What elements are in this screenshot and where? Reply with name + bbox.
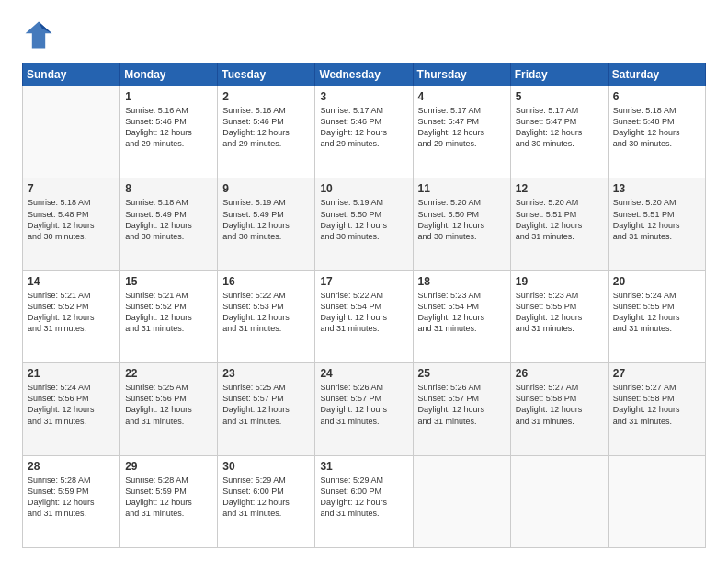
logo-icon (22, 18, 55, 52)
calendar-cell (413, 455, 510, 547)
calendar-week-4: 28Sunrise: 5:28 AMSunset: 5:59 PMDayligh… (23, 455, 706, 547)
calendar-cell: 17Sunrise: 5:22 AMSunset: 5:54 PMDayligh… (315, 270, 413, 362)
calendar-cell: 18Sunrise: 5:23 AMSunset: 5:54 PMDayligh… (413, 270, 510, 362)
calendar-cell: 6Sunrise: 5:18 AMSunset: 5:48 PMDaylight… (608, 86, 705, 178)
day-info: Sunrise: 5:19 AMSunset: 5:50 PMDaylight:… (320, 197, 407, 242)
svg-marker-0 (26, 22, 52, 49)
day-info: Sunrise: 5:28 AMSunset: 5:59 PMDaylight:… (28, 475, 115, 520)
day-number: 17 (320, 275, 407, 288)
day-number: 2 (222, 90, 310, 103)
day-number: 14 (28, 275, 115, 288)
day-number: 7 (28, 182, 115, 195)
day-info: Sunrise: 5:22 AMSunset: 5:53 PMDaylight:… (222, 290, 310, 335)
day-info: Sunrise: 5:29 AMSunset: 6:00 PMDaylight:… (320, 475, 407, 520)
day-number: 30 (222, 460, 310, 473)
day-info: Sunrise: 5:25 AMSunset: 5:57 PMDaylight:… (222, 382, 310, 427)
day-number: 6 (613, 90, 700, 103)
day-info: Sunrise: 5:28 AMSunset: 5:59 PMDaylight:… (125, 475, 212, 520)
calendar-cell: 3Sunrise: 5:17 AMSunset: 5:46 PMDaylight… (315, 86, 413, 178)
day-number: 28 (28, 460, 115, 473)
calendar-header-sunday: Sunday (23, 63, 120, 86)
page: SundayMondayTuesdayWednesdayThursdayFrid… (0, 0, 728, 563)
calendar-cell: 5Sunrise: 5:17 AMSunset: 5:47 PMDaylight… (510, 86, 608, 178)
calendar-cell: 13Sunrise: 5:20 AMSunset: 5:51 PMDayligh… (608, 178, 705, 270)
calendar-cell: 30Sunrise: 5:29 AMSunset: 6:00 PMDayligh… (218, 455, 315, 547)
calendar-cell: 19Sunrise: 5:23 AMSunset: 5:55 PMDayligh… (510, 270, 608, 362)
day-info: Sunrise: 5:29 AMSunset: 6:00 PMDaylight:… (222, 475, 310, 520)
day-number: 26 (516, 367, 603, 380)
day-number: 19 (516, 275, 603, 288)
calendar-cell: 21Sunrise: 5:24 AMSunset: 5:56 PMDayligh… (23, 363, 120, 455)
day-number: 9 (222, 182, 310, 195)
calendar-cell: 11Sunrise: 5:20 AMSunset: 5:50 PMDayligh… (413, 178, 510, 270)
day-info: Sunrise: 5:26 AMSunset: 5:57 PMDaylight:… (320, 382, 407, 427)
day-info: Sunrise: 5:20 AMSunset: 5:51 PMDaylight:… (516, 197, 603, 242)
day-info: Sunrise: 5:17 AMSunset: 5:46 PMDaylight:… (320, 105, 407, 150)
day-info: Sunrise: 5:23 AMSunset: 5:54 PMDaylight:… (418, 290, 506, 335)
day-info: Sunrise: 5:27 AMSunset: 5:58 PMDaylight:… (613, 382, 700, 427)
calendar-cell: 9Sunrise: 5:19 AMSunset: 5:49 PMDaylight… (218, 178, 315, 270)
calendar-header-friday: Friday (510, 63, 608, 86)
day-number: 16 (222, 275, 310, 288)
day-info: Sunrise: 5:20 AMSunset: 5:50 PMDaylight:… (418, 197, 506, 242)
day-info: Sunrise: 5:19 AMSunset: 5:49 PMDaylight:… (222, 197, 310, 242)
calendar-header-monday: Monday (120, 63, 218, 86)
day-number: 23 (222, 367, 310, 380)
day-info: Sunrise: 5:23 AMSunset: 5:55 PMDaylight:… (516, 290, 603, 335)
day-number: 3 (320, 90, 407, 103)
day-info: Sunrise: 5:17 AMSunset: 5:47 PMDaylight:… (418, 105, 506, 150)
day-number: 8 (125, 182, 212, 195)
calendar-cell: 31Sunrise: 5:29 AMSunset: 6:00 PMDayligh… (315, 455, 413, 547)
calendar-week-0: 1Sunrise: 5:16 AMSunset: 5:46 PMDaylight… (23, 86, 706, 178)
calendar-cell: 10Sunrise: 5:19 AMSunset: 5:50 PMDayligh… (315, 178, 413, 270)
day-number: 31 (320, 460, 407, 473)
calendar-cell: 14Sunrise: 5:21 AMSunset: 5:52 PMDayligh… (23, 270, 120, 362)
calendar-cell: 4Sunrise: 5:17 AMSunset: 5:47 PMDaylight… (413, 86, 510, 178)
day-number: 10 (320, 182, 407, 195)
day-info: Sunrise: 5:18 AMSunset: 5:48 PMDaylight:… (613, 105, 700, 150)
calendar-cell: 29Sunrise: 5:28 AMSunset: 5:59 PMDayligh… (120, 455, 218, 547)
day-info: Sunrise: 5:16 AMSunset: 5:46 PMDaylight:… (125, 105, 212, 150)
calendar-cell: 12Sunrise: 5:20 AMSunset: 5:51 PMDayligh… (510, 178, 608, 270)
calendar-header-saturday: Saturday (608, 63, 705, 86)
day-number: 1 (125, 90, 212, 103)
calendar-cell: 7Sunrise: 5:18 AMSunset: 5:48 PMDaylight… (23, 178, 120, 270)
calendar-cell (608, 455, 705, 547)
calendar-header-tuesday: Tuesday (218, 63, 315, 86)
day-info: Sunrise: 5:27 AMSunset: 5:58 PMDaylight:… (516, 382, 603, 427)
day-number: 21 (28, 367, 115, 380)
calendar-header-thursday: Thursday (413, 63, 510, 86)
calendar-cell (510, 455, 608, 547)
calendar-week-3: 21Sunrise: 5:24 AMSunset: 5:56 PMDayligh… (23, 363, 706, 455)
day-number: 22 (125, 367, 212, 380)
logo (22, 18, 59, 52)
day-info: Sunrise: 5:21 AMSunset: 5:52 PMDaylight:… (28, 290, 115, 335)
calendar-cell (23, 86, 120, 178)
day-number: 20 (613, 275, 700, 288)
calendar-cell: 8Sunrise: 5:18 AMSunset: 5:49 PMDaylight… (120, 178, 218, 270)
calendar-week-1: 7Sunrise: 5:18 AMSunset: 5:48 PMDaylight… (23, 178, 706, 270)
day-number: 29 (125, 460, 212, 473)
day-number: 24 (320, 367, 407, 380)
day-info: Sunrise: 5:25 AMSunset: 5:56 PMDaylight:… (125, 382, 212, 427)
day-number: 4 (418, 90, 506, 103)
day-number: 13 (613, 182, 700, 195)
day-number: 15 (125, 275, 212, 288)
day-number: 18 (418, 275, 506, 288)
day-info: Sunrise: 5:17 AMSunset: 5:47 PMDaylight:… (516, 105, 603, 150)
day-info: Sunrise: 5:24 AMSunset: 5:55 PMDaylight:… (613, 290, 700, 335)
calendar-cell: 20Sunrise: 5:24 AMSunset: 5:55 PMDayligh… (608, 270, 705, 362)
calendar-cell: 23Sunrise: 5:25 AMSunset: 5:57 PMDayligh… (218, 363, 315, 455)
day-info: Sunrise: 5:24 AMSunset: 5:56 PMDaylight:… (28, 382, 115, 427)
calendar-cell: 15Sunrise: 5:21 AMSunset: 5:52 PMDayligh… (120, 270, 218, 362)
calendar-cell: 27Sunrise: 5:27 AMSunset: 5:58 PMDayligh… (608, 363, 705, 455)
day-number: 5 (516, 90, 603, 103)
calendar-cell: 16Sunrise: 5:22 AMSunset: 5:53 PMDayligh… (218, 270, 315, 362)
day-info: Sunrise: 5:18 AMSunset: 5:48 PMDaylight:… (28, 197, 115, 242)
day-info: Sunrise: 5:18 AMSunset: 5:49 PMDaylight:… (125, 197, 212, 242)
day-info: Sunrise: 5:20 AMSunset: 5:51 PMDaylight:… (613, 197, 700, 242)
calendar-header-wednesday: Wednesday (315, 63, 413, 86)
calendar-cell: 24Sunrise: 5:26 AMSunset: 5:57 PMDayligh… (315, 363, 413, 455)
calendar-cell: 2Sunrise: 5:16 AMSunset: 5:46 PMDaylight… (218, 86, 315, 178)
calendar-cell: 22Sunrise: 5:25 AMSunset: 5:56 PMDayligh… (120, 363, 218, 455)
